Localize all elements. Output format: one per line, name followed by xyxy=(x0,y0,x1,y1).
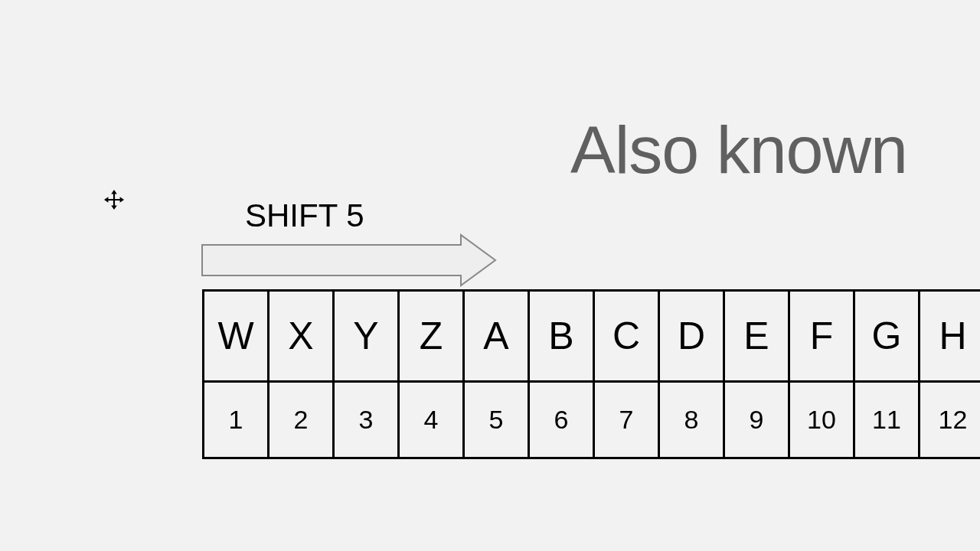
number-cell: 11 xyxy=(855,383,920,457)
number-cell: 10 xyxy=(790,383,855,457)
letters-row: W X Y Z A B C D E F G H xyxy=(204,292,980,380)
letter-cell: B xyxy=(530,292,595,380)
move-cursor-icon xyxy=(104,190,124,210)
letter-cell: D xyxy=(660,292,725,380)
letter-cell: A xyxy=(465,292,530,380)
number-cell: 2 xyxy=(270,383,335,457)
letter-cell: F xyxy=(790,292,855,380)
shift-arrow-icon xyxy=(201,233,499,287)
number-cell: 7 xyxy=(595,383,660,457)
number-cell: 4 xyxy=(400,383,465,457)
number-cell: 5 xyxy=(465,383,530,457)
number-cell: 12 xyxy=(920,383,980,457)
number-cell: 8 xyxy=(660,383,725,457)
number-cell: 9 xyxy=(725,383,790,457)
numbers-row: 1 2 3 4 5 6 7 8 9 10 11 12 xyxy=(204,380,980,457)
letter-cell: X xyxy=(270,292,335,380)
number-cell: 1 xyxy=(204,383,270,457)
letter-cell: E xyxy=(725,292,790,380)
shift-label: SHIFT 5 xyxy=(245,197,364,234)
letter-cell: H xyxy=(920,292,980,380)
letter-cell: Y xyxy=(335,292,400,380)
letter-cell: Z xyxy=(400,292,465,380)
cipher-table: W X Y Z A B C D E F G H 1 2 3 4 5 6 7 8 … xyxy=(202,289,980,459)
letter-cell: G xyxy=(855,292,920,380)
number-cell: 3 xyxy=(335,383,400,457)
number-cell: 6 xyxy=(530,383,595,457)
svg-marker-0 xyxy=(104,190,124,210)
svg-marker-1 xyxy=(202,235,495,285)
heading-text: Also known xyxy=(570,111,907,189)
letter-cell: W xyxy=(204,292,270,380)
letter-cell: C xyxy=(595,292,660,380)
